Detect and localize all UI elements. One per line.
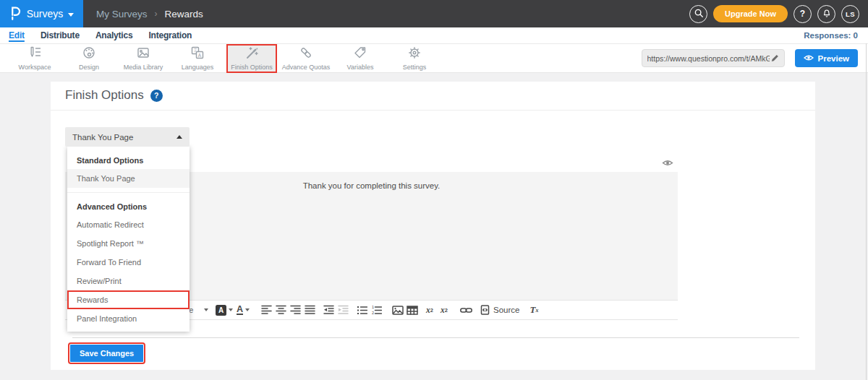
chevron-down-icon xyxy=(229,308,233,311)
eye-icon xyxy=(804,54,814,63)
link-button[interactable] xyxy=(459,303,473,318)
notifications-button[interactable] xyxy=(817,5,835,23)
finish-options-card: Finish Options ? Thank you for completin… xyxy=(51,82,815,370)
align-left-button[interactable] xyxy=(259,303,273,318)
ribbon-item-label: Design xyxy=(79,64,99,71)
ribbon-item-settings[interactable]: Settings xyxy=(391,46,438,72)
svg-text:A: A xyxy=(198,52,202,57)
breadcrumb: My Surveys › Rewards xyxy=(96,9,203,20)
search-button[interactable] xyxy=(689,5,707,23)
workspace-icon xyxy=(27,46,42,62)
magic-wand-icon xyxy=(244,46,259,62)
numbered-list-button[interactable]: 1 2 xyxy=(369,303,383,318)
scrollbar-edge xyxy=(866,43,867,380)
ribbon-item-label: Media Library xyxy=(124,64,163,71)
page-title: Finish Options xyxy=(65,88,144,103)
save-changes-button[interactable]: Save Changes xyxy=(70,345,143,362)
eye-icon xyxy=(662,158,673,169)
dropdown-item-review-print[interactable]: Review/Print xyxy=(67,272,190,290)
responses-count[interactable]: Responses: 0 xyxy=(804,31,858,40)
ribbon-item-design[interactable]: Design xyxy=(65,46,113,72)
ribbon-item-variables[interactable]: Variables xyxy=(336,46,384,72)
ribbon-item-workspace[interactable]: Workspace xyxy=(11,46,59,72)
insert-image-button[interactable] xyxy=(391,303,405,318)
align-center-button[interactable] xyxy=(273,303,288,318)
insert-table-button[interactable] xyxy=(405,303,420,318)
topbar: Surveys My Surveys › Rewards Upgrade Now… xyxy=(0,0,868,27)
dropdown-item-forward-to-friend[interactable]: Forward To Friend xyxy=(67,253,190,272)
source-button[interactable]: Source xyxy=(480,303,519,318)
main-content: Finish Options ? Thank you for completin… xyxy=(0,73,868,380)
ribbon-item-label: Variables xyxy=(347,64,374,71)
breadcrumb-separator: › xyxy=(155,9,158,19)
chevron-up-icon xyxy=(176,135,182,139)
breadcrumb-current: Rewards xyxy=(165,9,203,20)
questionpro-logo-icon xyxy=(9,5,22,22)
align-right-button[interactable] xyxy=(288,303,302,318)
tag-icon xyxy=(353,46,367,62)
svg-text:1: 1 xyxy=(372,305,374,309)
dropdown-item-thank-you-page[interactable]: Thank You Page xyxy=(67,169,190,188)
help-button[interactable]: ? xyxy=(793,5,812,23)
preview-button[interactable]: Preview xyxy=(795,49,858,67)
chevron-down-icon xyxy=(68,13,74,17)
ribbon-item-finish-options[interactable]: Finish Options xyxy=(228,46,276,72)
dropdown-item-automatic-redirect[interactable]: Automatic Redirect xyxy=(67,215,190,234)
tab-edit[interactable]: Edit xyxy=(9,30,25,40)
dropdown-item-panel-integration[interactable]: Panel Integration xyxy=(67,309,190,328)
remove-format-button[interactable]: Tx xyxy=(527,303,541,318)
tab-analytics[interactable]: Analytics xyxy=(95,30,133,40)
title-help-icon[interactable]: ? xyxy=(150,90,163,102)
text-color-button[interactable]: A xyxy=(236,303,250,318)
ribbon-item-label: Languages xyxy=(182,64,214,71)
breadcrumb-my-surveys[interactable]: My Surveys xyxy=(96,9,148,20)
subscript-button[interactable]: x2 xyxy=(422,303,437,318)
save-divider xyxy=(72,337,799,338)
dropdown-group-header: Advanced Options xyxy=(67,193,190,215)
edit-pencil-icon[interactable] xyxy=(770,52,779,65)
translate-icon: Ξ A xyxy=(190,46,205,62)
title-divider xyxy=(51,110,815,111)
finish-type-select[interactable]: Thank You Page xyxy=(65,127,190,147)
tab-distribute[interactable]: Distribute xyxy=(41,30,80,40)
chain-links-icon xyxy=(299,46,313,62)
editor-preview-button[interactable] xyxy=(662,158,673,169)
chevron-down-icon xyxy=(245,308,250,311)
increase-indent-button[interactable] xyxy=(336,303,350,318)
avatar[interactable]: LS xyxy=(841,5,859,23)
image-icon xyxy=(136,46,150,62)
survey-url-box xyxy=(642,49,785,67)
bell-icon xyxy=(822,8,832,20)
ribbon-item-languages[interactable]: Ξ A Languages xyxy=(174,46,221,72)
bgcolor-chip: A xyxy=(216,305,226,316)
dropdown-item-rewards[interactable]: Rewards xyxy=(67,290,190,309)
search-icon xyxy=(694,8,704,20)
tab-integration[interactable]: Integration xyxy=(148,30,192,40)
bulleted-list-button[interactable] xyxy=(354,303,369,318)
decrease-indent-button[interactable] xyxy=(321,303,336,318)
ribbon-item-label: Finish Options xyxy=(231,64,273,71)
product-label: Surveys xyxy=(27,8,64,20)
dropdown-item-spotlight-report[interactable]: Spotlight Report ™ xyxy=(67,234,190,253)
ribbon-item-media-library[interactable]: Media Library xyxy=(119,46,167,72)
svg-text:2: 2 xyxy=(372,311,374,315)
palette-icon xyxy=(82,46,96,62)
chevron-down-icon xyxy=(204,308,208,311)
ribbon-item-advance-quotas[interactable]: Advance Quotas xyxy=(282,46,330,72)
superscript-button[interactable]: x2 xyxy=(437,303,451,318)
ribbon-item-label: Advance Quotas xyxy=(282,64,331,71)
product-switcher[interactable]: Surveys xyxy=(0,0,83,27)
finish-type-dropdown: Standard Options Thank You Page Advanced… xyxy=(67,147,190,332)
finish-type-value: Thank You Page xyxy=(72,133,133,142)
ribbon-item-label: Workspace xyxy=(19,64,51,71)
justify-button[interactable] xyxy=(302,303,317,318)
survey-url-input[interactable] xyxy=(647,54,770,63)
ribbon-item-label: Settings xyxy=(403,64,427,71)
topbar-actions: Upgrade Now ? LS xyxy=(689,5,859,23)
background-color-button[interactable]: A xyxy=(216,303,233,318)
thank-you-message: Thank you for completing this survey. xyxy=(303,181,441,190)
upgrade-now-button[interactable]: Upgrade Now xyxy=(713,5,788,22)
gear-icon xyxy=(407,46,422,62)
ribbon-right: Preview xyxy=(642,49,858,67)
textcolor-a: A xyxy=(237,305,243,316)
